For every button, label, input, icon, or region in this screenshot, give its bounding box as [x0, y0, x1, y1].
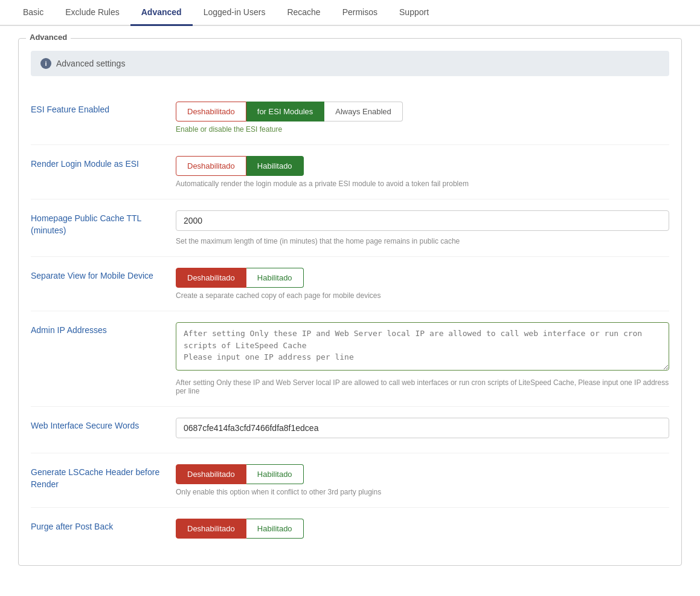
- label-purge-post-back: Purge after Post Back: [31, 519, 164, 533]
- advanced-section: Advanced i Advanced settings ESI Feature…: [18, 38, 682, 566]
- help-homepage-ttl: Set the maximum length of time (in minut…: [176, 237, 669, 245]
- label-admin-ip: Admin IP Addresses: [31, 322, 164, 337]
- info-text: Advanced settings: [56, 59, 125, 68]
- setting-separate-mobile: Separate View for Mobile Device Deshabil…: [31, 257, 669, 311]
- tab-advanced[interactable]: Advanced: [130, 0, 193, 26]
- setting-homepage-ttl: Homepage Public Cache TTL (minutes) Set …: [31, 199, 669, 257]
- label-generate-header: Generate LSCache Header before Render: [31, 464, 164, 490]
- tab-logged-in-users[interactable]: Logged-in Users: [193, 0, 277, 26]
- info-banner: i Advanced settings: [31, 51, 669, 76]
- tab-recache[interactable]: Recache: [276, 0, 331, 26]
- label-secure-words: Web Interface Secure Words: [31, 418, 164, 432]
- input-secure-words[interactable]: [176, 418, 669, 438]
- help-render-login: Automatically render the login module as…: [176, 180, 669, 188]
- label-esi-feature: ESI Feature Enabled: [31, 102, 164, 116]
- btn-render-login-disabled[interactable]: Deshabilitado: [176, 156, 246, 176]
- control-admin-ip: After setting Only these IP and Web Serv…: [176, 322, 669, 395]
- tab-support[interactable]: Support: [388, 0, 440, 26]
- btn-group-purge: Deshabilitado Habilitado: [176, 519, 669, 539]
- main-content: Advanced i Advanced settings ESI Feature…: [0, 26, 700, 590]
- setting-render-login: Render Login Module as ESI Deshabilitado…: [31, 145, 669, 199]
- info-icon: i: [40, 58, 51, 69]
- control-purge-post-back: Deshabilitado Habilitado: [176, 519, 669, 542]
- tab-permisos[interactable]: Permisos: [332, 0, 388, 26]
- setting-purge-post-back: Purge after Post Back Deshabilitado Habi…: [31, 508, 669, 553]
- control-render-login: Deshabilitado Habilitado Automatically r…: [176, 156, 669, 188]
- btn-esi-disabled[interactable]: Deshabilitado: [176, 102, 246, 121]
- section-legend: Advanced: [26, 33, 71, 42]
- btn-purge-disabled[interactable]: Deshabilitado: [176, 519, 246, 539]
- help-generate-header: Only enable this option when it conflict…: [176, 488, 669, 496]
- tab-basic[interactable]: Basic: [12, 0, 54, 26]
- btn-esi-modules[interactable]: for ESI Modules: [246, 102, 325, 121]
- help-admin-ip: After setting Only these IP and Web Serv…: [176, 378, 669, 395]
- tab-exclude-rules[interactable]: Exclude Rules: [54, 0, 130, 26]
- setting-esi-feature: ESI Feature Enabled Deshabilitado for ES…: [31, 91, 669, 145]
- btn-group-generate: Deshabilitado Habilitado: [176, 464, 669, 484]
- btn-group-mobile: Deshabilitado Habilitado: [176, 268, 669, 288]
- setting-generate-header: Generate LSCache Header before Render De…: [31, 453, 669, 508]
- btn-mobile-enabled[interactable]: Habilitado: [246, 268, 304, 288]
- btn-generate-disabled[interactable]: Deshabilitado: [176, 464, 246, 484]
- label-separate-mobile: Separate View for Mobile Device: [31, 268, 164, 282]
- btn-group-render-login: Deshabilitado Habilitado: [176, 156, 669, 176]
- btn-render-login-enabled[interactable]: Habilitado: [246, 156, 304, 176]
- btn-esi-always[interactable]: Always Enabled: [324, 102, 403, 121]
- control-secure-words: [176, 418, 669, 442]
- label-render-login: Render Login Module as ESI: [31, 156, 164, 170]
- setting-secure-words: Web Interface Secure Words: [31, 407, 669, 453]
- control-esi-feature: Deshabilitado for ESI Modules Always Ena…: [176, 102, 669, 134]
- help-separate-mobile: Create a separate cached copy of each pa…: [176, 291, 669, 300]
- btn-generate-enabled[interactable]: Habilitado: [246, 464, 304, 484]
- btn-group-esi: Deshabilitado for ESI Modules Always Ena…: [176, 102, 669, 121]
- btn-mobile-disabled[interactable]: Deshabilitado: [176, 268, 246, 288]
- label-homepage-ttl: Homepage Public Cache TTL (minutes): [31, 210, 164, 236]
- textarea-admin-ip[interactable]: [176, 322, 669, 371]
- control-separate-mobile: Deshabilitado Habilitado Create a separa…: [176, 268, 669, 300]
- control-homepage-ttl: Set the maximum length of time (in minut…: [176, 210, 669, 245]
- setting-admin-ip: Admin IP Addresses After setting Only th…: [31, 311, 669, 407]
- help-esi-feature: Enable or disable the ESI feature: [176, 125, 669, 134]
- control-generate-header: Deshabilitado Habilitado Only enable thi…: [176, 464, 669, 496]
- btn-purge-enabled[interactable]: Habilitado: [246, 519, 304, 539]
- nav-tabs: Basic Exclude Rules Advanced Logged-in U…: [0, 0, 700, 26]
- input-homepage-ttl[interactable]: [176, 210, 669, 231]
